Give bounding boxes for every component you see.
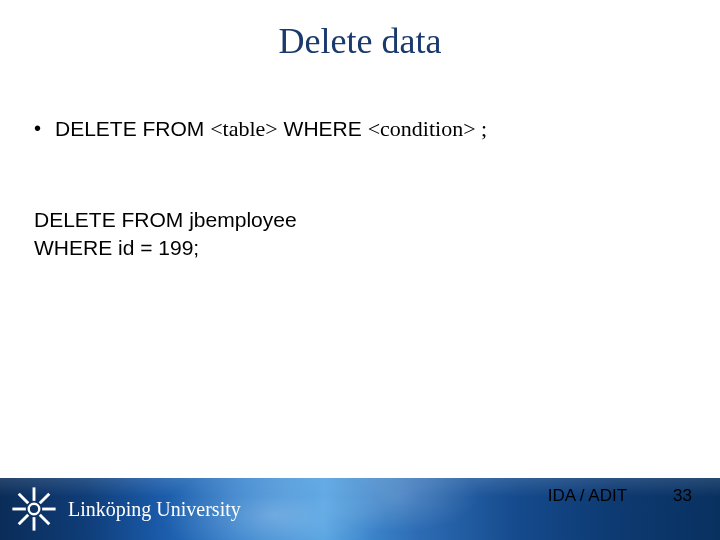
- example-line-1: DELETE FROM jbemployee: [34, 206, 686, 234]
- sql-where: WHERE: [278, 117, 368, 140]
- sql-terminator: ;: [476, 116, 488, 141]
- sql-delete-from: DELETE FROM: [55, 117, 210, 140]
- bullet-marker: •: [34, 115, 41, 141]
- footer-brand: Linköping University: [0, 478, 241, 540]
- svg-rect-7: [39, 514, 51, 526]
- university-seal-icon: [10, 485, 58, 533]
- slide-content: • DELETE FROM <table> WHERE <condition> …: [34, 115, 686, 262]
- slide-footer: Linköping University IDA / ADIT 33: [0, 478, 720, 540]
- page-number: 33: [673, 486, 692, 506]
- example-line-2: WHERE id = 199;: [34, 234, 686, 262]
- svg-point-8: [29, 504, 40, 515]
- university-name: Linköping University: [68, 498, 241, 521]
- svg-rect-1: [33, 517, 36, 530]
- bullet-text: DELETE FROM <table> WHERE <condition> ;: [55, 115, 487, 144]
- sql-example: DELETE FROM jbemployee WHERE id = 199;: [34, 206, 686, 263]
- svg-rect-0: [33, 487, 36, 500]
- footer-meta: IDA / ADIT 33: [548, 478, 692, 540]
- slide: Delete data • DELETE FROM <table> WHERE …: [0, 0, 720, 540]
- sql-table-placeholder: <table>: [210, 116, 278, 141]
- svg-rect-6: [18, 493, 30, 505]
- svg-rect-5: [18, 514, 30, 526]
- slide-title: Delete data: [0, 0, 720, 62]
- department-label: IDA / ADIT: [548, 486, 627, 506]
- sql-condition-placeholder: <condition>: [368, 116, 476, 141]
- bullet-item: • DELETE FROM <table> WHERE <condition> …: [34, 115, 686, 144]
- svg-rect-2: [12, 508, 25, 511]
- svg-rect-4: [39, 493, 51, 505]
- svg-rect-3: [42, 508, 55, 511]
